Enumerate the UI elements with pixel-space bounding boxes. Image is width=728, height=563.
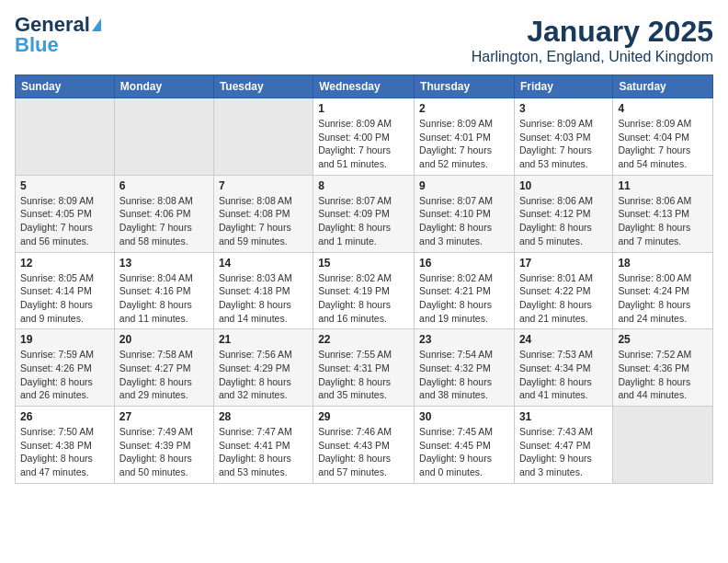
day-info: Sunrise: 7:59 AMSunset: 4:26 PMDaylight:… bbox=[20, 348, 109, 402]
logo-icon bbox=[92, 18, 101, 31]
day-info: Sunrise: 8:09 AMSunset: 4:05 PMDaylight:… bbox=[20, 194, 109, 248]
day-info: Sunrise: 8:08 AMSunset: 4:06 PMDaylight:… bbox=[119, 194, 209, 248]
calendar-header-row: SundayMondayTuesdayWednesdayThursdayFrid… bbox=[16, 75, 713, 98]
day-number: 22 bbox=[318, 333, 409, 346]
day-number: 17 bbox=[519, 257, 608, 270]
calendar-cell: 20Sunrise: 7:58 AMSunset: 4:27 PMDayligh… bbox=[114, 329, 213, 407]
calendar-cell: 10Sunrise: 8:06 AMSunset: 4:12 PMDayligh… bbox=[514, 175, 612, 252]
day-number: 19 bbox=[20, 333, 109, 346]
calendar-cell: 30Sunrise: 7:45 AMSunset: 4:45 PMDayligh… bbox=[415, 407, 515, 484]
day-number: 27 bbox=[119, 410, 209, 423]
calendar-cell bbox=[114, 98, 213, 176]
day-number: 25 bbox=[618, 333, 708, 346]
day-info: Sunrise: 8:03 AMSunset: 4:18 PMDaylight:… bbox=[219, 271, 308, 326]
calendar-cell: 7Sunrise: 8:08 AMSunset: 4:08 PMDaylight… bbox=[213, 175, 313, 252]
day-info: Sunrise: 8:02 AMSunset: 4:19 PMDaylight:… bbox=[318, 271, 409, 326]
day-info: Sunrise: 8:00 AMSunset: 4:24 PMDaylight:… bbox=[618, 271, 708, 326]
calendar-cell bbox=[16, 98, 115, 176]
calendar-cell: 28Sunrise: 7:47 AMSunset: 4:41 PMDayligh… bbox=[213, 407, 313, 484]
day-info: Sunrise: 7:54 AMSunset: 4:32 PMDaylight:… bbox=[419, 348, 509, 402]
day-number: 3 bbox=[519, 102, 608, 115]
week-row-5: 26Sunrise: 7:50 AMSunset: 4:38 PMDayligh… bbox=[16, 407, 713, 484]
day-number: 10 bbox=[519, 179, 608, 192]
day-info: Sunrise: 8:01 AMSunset: 4:22 PMDaylight:… bbox=[519, 271, 608, 326]
calendar-cell: 22Sunrise: 7:55 AMSunset: 4:31 PMDayligh… bbox=[313, 329, 415, 407]
calendar-cell: 27Sunrise: 7:49 AMSunset: 4:39 PMDayligh… bbox=[114, 407, 213, 484]
day-info: Sunrise: 7:55 AMSunset: 4:31 PMDaylight:… bbox=[318, 348, 409, 402]
day-info: Sunrise: 8:06 AMSunset: 4:13 PMDaylight:… bbox=[618, 194, 708, 248]
day-info: Sunrise: 7:53 AMSunset: 4:34 PMDaylight:… bbox=[519, 348, 608, 402]
calendar-cell bbox=[613, 407, 713, 484]
day-number: 29 bbox=[318, 410, 409, 423]
day-number: 11 bbox=[618, 179, 708, 192]
day-info: Sunrise: 8:06 AMSunset: 4:12 PMDaylight:… bbox=[519, 194, 608, 248]
header-day-friday: Friday bbox=[514, 75, 612, 98]
header-day-tuesday: Tuesday bbox=[213, 75, 313, 98]
logo: General Blue bbox=[15, 15, 101, 55]
header-day-wednesday: Wednesday bbox=[313, 75, 415, 98]
calendar-cell: 16Sunrise: 8:02 AMSunset: 4:21 PMDayligh… bbox=[415, 252, 515, 329]
day-info: Sunrise: 7:50 AMSunset: 4:38 PMDaylight:… bbox=[20, 425, 109, 479]
day-number: 24 bbox=[519, 333, 608, 346]
day-info: Sunrise: 7:47 AMSunset: 4:41 PMDaylight:… bbox=[219, 425, 308, 479]
calendar-title: January 2025 bbox=[472, 15, 713, 49]
day-info: Sunrise: 7:58 AMSunset: 4:27 PMDaylight:… bbox=[119, 348, 209, 402]
day-number: 15 bbox=[318, 257, 409, 270]
calendar-cell: 29Sunrise: 7:46 AMSunset: 4:43 PMDayligh… bbox=[313, 407, 415, 484]
day-number: 23 bbox=[419, 333, 509, 346]
calendar-cell: 19Sunrise: 7:59 AMSunset: 4:26 PMDayligh… bbox=[16, 329, 115, 407]
calendar-cell: 3Sunrise: 8:09 AMSunset: 4:03 PMDaylight… bbox=[514, 98, 612, 176]
calendar-cell: 18Sunrise: 8:00 AMSunset: 4:24 PMDayligh… bbox=[613, 252, 713, 329]
day-number: 4 bbox=[618, 102, 708, 115]
day-number: 9 bbox=[419, 179, 509, 192]
day-info: Sunrise: 8:09 AMSunset: 4:04 PMDaylight:… bbox=[618, 117, 708, 171]
calendar-cell: 14Sunrise: 8:03 AMSunset: 4:18 PMDayligh… bbox=[213, 252, 313, 329]
day-number: 18 bbox=[618, 257, 708, 270]
day-number: 20 bbox=[119, 333, 209, 346]
calendar-cell: 11Sunrise: 8:06 AMSunset: 4:13 PMDayligh… bbox=[613, 175, 713, 252]
day-info: Sunrise: 7:56 AMSunset: 4:29 PMDaylight:… bbox=[219, 348, 308, 402]
header-day-sunday: Sunday bbox=[16, 75, 115, 98]
calendar-cell: 21Sunrise: 7:56 AMSunset: 4:29 PMDayligh… bbox=[213, 329, 313, 407]
calendar-cell: 24Sunrise: 7:53 AMSunset: 4:34 PMDayligh… bbox=[514, 329, 612, 407]
page-header: General Blue January 2025 Harlington, En… bbox=[15, 15, 713, 65]
day-info: Sunrise: 7:43 AMSunset: 4:47 PMDaylight:… bbox=[519, 425, 608, 479]
calendar-cell: 5Sunrise: 8:09 AMSunset: 4:05 PMDaylight… bbox=[16, 175, 115, 252]
day-info: Sunrise: 7:49 AMSunset: 4:39 PMDaylight:… bbox=[119, 425, 209, 479]
day-number: 31 bbox=[519, 410, 608, 423]
calendar-cell: 9Sunrise: 8:07 AMSunset: 4:10 PMDaylight… bbox=[415, 175, 515, 252]
day-info: Sunrise: 7:45 AMSunset: 4:45 PMDaylight:… bbox=[419, 425, 509, 479]
calendar-cell: 17Sunrise: 8:01 AMSunset: 4:22 PMDayligh… bbox=[514, 252, 612, 329]
day-info: Sunrise: 8:08 AMSunset: 4:08 PMDaylight:… bbox=[219, 194, 308, 248]
calendar-cell: 13Sunrise: 8:04 AMSunset: 4:16 PMDayligh… bbox=[114, 252, 213, 329]
day-info: Sunrise: 7:46 AMSunset: 4:43 PMDaylight:… bbox=[318, 425, 409, 479]
title-block: January 2025 Harlington, England, United… bbox=[472, 15, 713, 65]
calendar-cell: 2Sunrise: 8:09 AMSunset: 4:01 PMDaylight… bbox=[415, 98, 515, 176]
day-number: 12 bbox=[20, 257, 109, 270]
day-number: 6 bbox=[119, 179, 209, 192]
logo-text-general: General bbox=[15, 15, 90, 35]
day-number: 7 bbox=[219, 179, 308, 192]
day-number: 16 bbox=[419, 257, 509, 270]
day-number: 5 bbox=[20, 179, 109, 192]
day-info: Sunrise: 8:09 AMSunset: 4:03 PMDaylight:… bbox=[519, 117, 608, 171]
day-number: 8 bbox=[318, 179, 409, 192]
day-number: 1 bbox=[318, 102, 409, 115]
day-info: Sunrise: 8:07 AMSunset: 4:09 PMDaylight:… bbox=[318, 194, 409, 248]
calendar-subtitle: Harlington, England, United Kingdom bbox=[472, 49, 713, 65]
week-row-4: 19Sunrise: 7:59 AMSunset: 4:26 PMDayligh… bbox=[16, 329, 713, 407]
calendar-cell: 6Sunrise: 8:08 AMSunset: 4:06 PMDaylight… bbox=[114, 175, 213, 252]
calendar-cell: 4Sunrise: 8:09 AMSunset: 4:04 PMDaylight… bbox=[613, 98, 713, 176]
day-info: Sunrise: 8:04 AMSunset: 4:16 PMDaylight:… bbox=[119, 271, 209, 326]
calendar-cell: 1Sunrise: 8:09 AMSunset: 4:00 PMDaylight… bbox=[313, 98, 415, 176]
day-info: Sunrise: 8:02 AMSunset: 4:21 PMDaylight:… bbox=[419, 271, 509, 326]
calendar-cell: 25Sunrise: 7:52 AMSunset: 4:36 PMDayligh… bbox=[613, 329, 713, 407]
calendar-cell: 26Sunrise: 7:50 AMSunset: 4:38 PMDayligh… bbox=[16, 407, 115, 484]
day-number: 21 bbox=[219, 333, 308, 346]
day-info: Sunrise: 8:07 AMSunset: 4:10 PMDaylight:… bbox=[419, 194, 509, 248]
calendar-body: 1Sunrise: 8:09 AMSunset: 4:00 PMDaylight… bbox=[16, 98, 713, 484]
day-number: 14 bbox=[219, 257, 308, 270]
calendar-table: SundayMondayTuesdayWednesdayThursdayFrid… bbox=[15, 75, 713, 484]
logo-text-blue: Blue bbox=[15, 35, 59, 55]
calendar-cell: 31Sunrise: 7:43 AMSunset: 4:47 PMDayligh… bbox=[514, 407, 612, 484]
